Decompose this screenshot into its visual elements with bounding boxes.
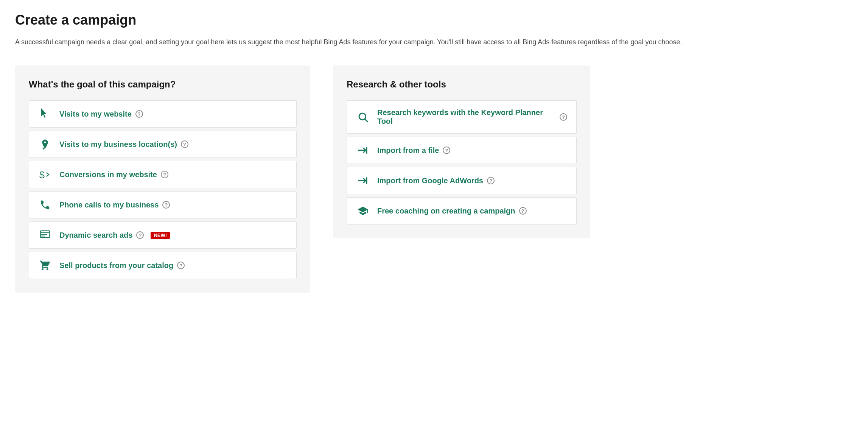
goals-panel-title: What's the goal of this campaign?	[29, 79, 297, 90]
svg-line-7	[365, 119, 368, 122]
goals-list: Visits to my website ? Visits to my busi…	[29, 100, 297, 279]
page-description: A successful campaign needs a clear goal…	[15, 37, 810, 47]
new-badge-dynamic-search: NEW!	[151, 232, 170, 239]
tools-panel-title: Research & other tools	[347, 79, 577, 90]
help-icon-sell-products[interactable]: ?	[177, 262, 185, 269]
main-content: What's the goal of this campaign? Visits…	[15, 65, 853, 293]
svg-rect-2	[40, 231, 50, 238]
option-label-keyword-planner: Research keywords with the Keyword Plann…	[377, 108, 567, 126]
location-icon	[38, 139, 52, 150]
option-import-adwords[interactable]: Import from Google AdWords ?	[347, 167, 577, 194]
import-adwords-icon	[356, 175, 370, 186]
cursor-icon	[38, 108, 52, 120]
conversion-icon: $	[38, 169, 52, 180]
option-conversions-website[interactable]: $ Conversions in my website ?	[29, 161, 297, 188]
option-dynamic-search[interactable]: Dynamic search ads ? NEW!	[29, 221, 297, 249]
help-icon-conversions-website[interactable]: ?	[161, 171, 168, 178]
option-label-dynamic-search: Dynamic search ads ? NEW!	[59, 231, 170, 240]
option-label-phone-calls: Phone calls to my business ?	[59, 201, 170, 209]
option-keyword-planner[interactable]: Research keywords with the Keyword Plann…	[347, 100, 577, 134]
help-icon-phone-calls[interactable]: ?	[162, 201, 170, 209]
tools-panel: Research & other tools Research keywords…	[333, 65, 590, 238]
option-label-visits-location: Visits to my business location(s) ?	[59, 140, 188, 149]
option-label-import-file: Import from a file ?	[377, 146, 450, 155]
help-icon-import-adwords[interactable]: ?	[487, 177, 495, 184]
option-label-import-adwords: Import from Google AdWords ?	[377, 176, 495, 185]
goals-panel: What's the goal of this campaign? Visits…	[15, 65, 310, 293]
option-visits-location[interactable]: Visits to my business location(s) ?	[29, 131, 297, 158]
option-free-coaching[interactable]: Free coaching on creating a campaign ?	[347, 197, 577, 224]
import-file-icon	[356, 145, 370, 156]
option-label-free-coaching: Free coaching on creating a campaign ?	[377, 207, 527, 215]
help-icon-visits-location[interactable]: ?	[181, 140, 188, 148]
search-icon	[356, 111, 370, 123]
option-import-file[interactable]: Import from a file ?	[347, 137, 577, 164]
tools-list: Research keywords with the Keyword Plann…	[347, 100, 577, 224]
page-title: Create a campaign	[15, 12, 853, 28]
option-sell-products[interactable]: Sell products from your catalog ?	[29, 252, 297, 279]
svg-text:$: $	[39, 170, 45, 180]
help-icon-free-coaching[interactable]: ?	[519, 207, 527, 215]
dynamic-icon	[38, 229, 52, 241]
option-phone-calls[interactable]: Phone calls to my business ?	[29, 191, 297, 218]
coaching-icon	[356, 205, 370, 217]
cart-icon	[38, 260, 52, 271]
option-label-sell-products: Sell products from your catalog ?	[59, 261, 185, 270]
help-icon-visits-website[interactable]: ?	[135, 110, 143, 118]
phone-icon	[38, 199, 52, 210]
option-label-visits-website: Visits to my website ?	[59, 110, 143, 118]
svg-point-0	[43, 148, 45, 150]
help-icon-dynamic-search[interactable]: ?	[136, 231, 144, 239]
help-icon-import-file[interactable]: ?	[443, 147, 450, 154]
help-icon-keyword-planner[interactable]: ?	[560, 113, 567, 121]
option-visits-website[interactable]: Visits to my website ?	[29, 100, 297, 128]
option-label-conversions-website: Conversions in my website ?	[59, 170, 168, 179]
